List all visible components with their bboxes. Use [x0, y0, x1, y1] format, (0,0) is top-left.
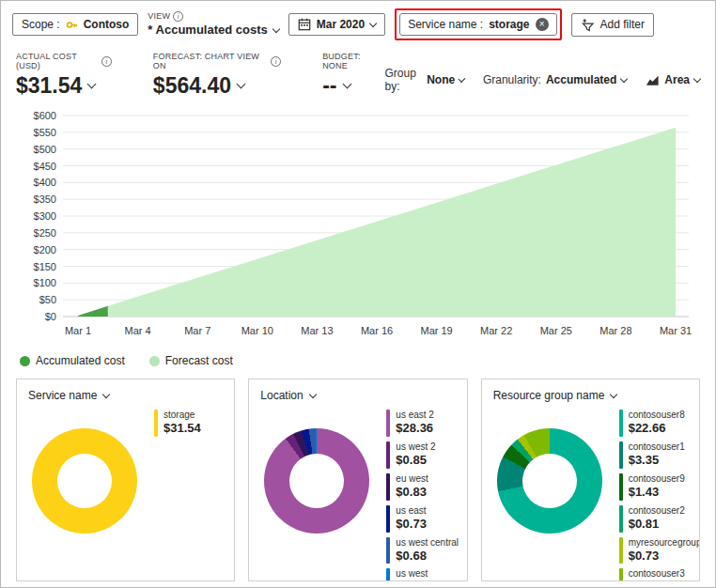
calendar-icon [298, 18, 311, 31]
svg-text:Mar 13: Mar 13 [301, 325, 333, 336]
chevron-down-icon [308, 390, 316, 397]
chevron-down-icon [237, 80, 246, 89]
add-filter-button[interactable]: Add filter [571, 13, 654, 37]
chevron-down-icon [693, 74, 701, 82]
legend-label: contosouser1 [629, 441, 685, 453]
legend-value: $0.83 [396, 485, 428, 501]
filter-pill[interactable]: Service name : storage [399, 13, 556, 36]
chevron-down-icon [620, 74, 628, 82]
location-donut-chart[interactable] [264, 428, 369, 534]
svg-text:$100: $100 [34, 277, 56, 288]
svg-text:Mar 1: Mar 1 [65, 325, 91, 336]
legend-value: $0.85 [396, 453, 435, 469]
group-by-dropdown[interactable]: Group by: None [384, 67, 463, 93]
card-location: Location us east 2 $28.36 [248, 379, 467, 581]
card-location-dropdown[interactable]: Location [260, 389, 455, 402]
legend-item: us west 2 $0.85 [386, 441, 467, 469]
chart-legend: Accumulated cost Forecast cost [1, 347, 715, 369]
legend-item: us east 2 $28.36 [386, 410, 467, 437]
granularity-dropdown[interactable]: Granularity: Accumulated [483, 73, 627, 86]
svg-text:$550: $550 [34, 127, 56, 138]
svg-text:Mar 7: Mar 7 [184, 325, 210, 336]
legend-value: $31.54 [163, 421, 201, 437]
accumulated-cost-dot [20, 356, 30, 366]
actual-cost-caption: ACTUAL COST (USD) [16, 52, 99, 70]
legend-swatch [386, 473, 390, 501]
card-resource-group-dropdown[interactable]: Resource group name [493, 389, 688, 402]
svg-text:Mar 4: Mar 4 [125, 325, 151, 336]
service-name-donut-chart[interactable] [32, 428, 137, 534]
legend-label: contosouser3 [629, 568, 685, 580]
area-chart-icon [646, 73, 660, 87]
scope-button[interactable]: Scope : Contoso [12, 13, 138, 36]
svg-text:$400: $400 [34, 177, 56, 188]
accumulated-cost-area-chart: $0$50$100$150$200$250$300$350$400$450$50… [16, 106, 700, 343]
svg-text:Mar 25: Mar 25 [540, 325, 572, 336]
forecast-cost-dot [149, 356, 160, 366]
view-caption: VIEW [148, 11, 170, 22]
budget-metric[interactable]: BUDGET: NONE -- [322, 52, 384, 99]
actual-cost-value: $31.54 [16, 73, 82, 99]
group-by-label: Group by: [384, 67, 422, 93]
svg-text:Mar 22: Mar 22 [480, 325, 512, 336]
budget-caption: BUDGET: NONE [322, 52, 384, 70]
group-by-value: None [427, 73, 455, 86]
legend-label: us west 2 [396, 441, 435, 453]
svg-text:Mar 16: Mar 16 [361, 325, 393, 336]
date-picker-button[interactable]: Mar 2020 [288, 13, 385, 36]
legend-swatch [619, 568, 623, 581]
resource-group-donut-chart[interactable] [497, 428, 602, 534]
chevron-down-icon [102, 390, 110, 397]
metrics-row: ACTUAL COST (USD) $31.54 FORECAST: CHART… [1, 42, 715, 102]
legend-swatch [619, 473, 623, 501]
view-selector[interactable]: VIEW * Accumulated costs [148, 11, 278, 38]
legend-item: eu west $0.83 [386, 473, 467, 501]
legend-label: Accumulated cost [36, 354, 125, 367]
toolbar: Scope : Contoso VIEW * Accumulated costs [1, 1, 715, 42]
card-title-label: Service name [28, 389, 97, 402]
legend-label: us west [396, 568, 428, 580]
legend-label: contosouser9 [629, 473, 685, 485]
actual-cost-metric[interactable]: ACTUAL COST (USD) $31.54 [16, 52, 112, 99]
remove-filter-icon[interactable] [536, 18, 549, 31]
svg-text:Mar 31: Mar 31 [660, 325, 692, 336]
legend-value: $1.43 [629, 485, 685, 501]
highlight-annotation: Service name : storage [395, 8, 561, 40]
legend-value: $28.36 [396, 421, 434, 437]
svg-text:$450: $450 [34, 161, 56, 172]
info-icon [173, 11, 183, 22]
legend-swatch [154, 410, 158, 437]
legend-item: contosouser2 $0.81 [619, 505, 700, 533]
forecast-metric[interactable]: FORECAST: CHART VIEW ON $564.40 [153, 52, 281, 99]
key-icon [66, 19, 78, 31]
chevron-down-icon [87, 80, 97, 89]
scope-value: Contoso [84, 18, 130, 31]
svg-text:Mar 10: Mar 10 [241, 325, 273, 336]
card-service-name-dropdown[interactable]: Service name [28, 389, 223, 402]
chart-type-value: Area [664, 73, 690, 86]
filter-pill-value: storage [489, 18, 529, 31]
svg-text:$0: $0 [45, 311, 56, 322]
legend-item: us west [386, 568, 467, 581]
legend-swatch [619, 505, 623, 533]
legend-label: us east 2 [396, 410, 434, 421]
svg-text:$200: $200 [34, 244, 56, 255]
chart-type-dropdown[interactable]: Area [646, 73, 700, 87]
scope-label: Scope : [22, 18, 60, 31]
legend-swatch [386, 568, 390, 581]
legend-label: storage [163, 410, 201, 421]
svg-text:$500: $500 [34, 144, 56, 155]
legend-label: eu west [396, 473, 428, 485]
card-service-name: Service name storage $31.54 [16, 379, 235, 581]
legend-label: contosouser8 [629, 410, 685, 421]
add-filter-label: Add filter [600, 18, 645, 31]
legend-item: storage $31.54 [154, 410, 235, 437]
legend-item: us east $0.73 [386, 505, 467, 533]
legend-item: contosouser8 $22.66 [619, 410, 700, 437]
chevron-down-icon [459, 75, 466, 83]
legend-swatch [386, 410, 390, 437]
legend-swatch [619, 441, 623, 469]
legend-label: myresourcegroup [629, 537, 700, 549]
legend-item: contosouser3 [619, 568, 700, 581]
granularity-label: Granularity: [483, 73, 541, 86]
